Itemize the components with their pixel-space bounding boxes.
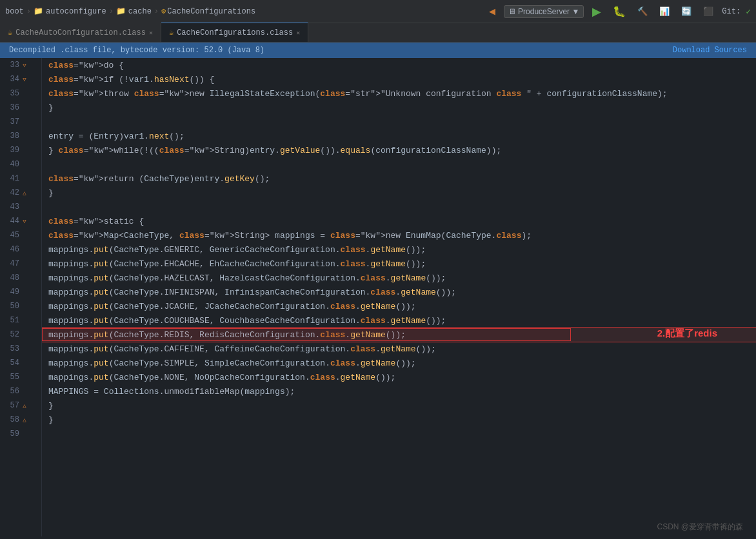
code-line xyxy=(42,115,756,129)
code-text: class="kw">do { xyxy=(48,61,124,70)
code-text: } xyxy=(48,188,54,198)
code-text: class="kw">return (CacheType)entry.getKe… xyxy=(48,174,270,184)
code-text: } xyxy=(48,401,54,411)
line-number-row: 49 xyxy=(0,285,41,299)
tab-icon-1: ☕ xyxy=(8,28,12,37)
code-content: class="kw">do {class="kw">if (!var1.hasN… xyxy=(42,58,756,536)
code-area: 33 ▽ 34 ▽ 35 36 37 38 39 40 41 42 △ 43 4… xyxy=(0,58,756,536)
reload-button[interactable]: 🔄 xyxy=(678,5,695,17)
code-line: mappings.put(CacheType.HAZELCAST, Hazelc… xyxy=(42,271,756,285)
line-number-row: 33 ▽ xyxy=(0,58,41,72)
sep2: › xyxy=(109,7,114,16)
back-button[interactable]: ◀ xyxy=(486,5,499,17)
line-number-row: 38 xyxy=(0,129,41,143)
toolbar: boot › 📁 autoconfigure › 📁 cache › ⚙ Cac… xyxy=(0,0,756,23)
folder-icon-autoconfigure: 📁 xyxy=(34,6,43,16)
server-label: ProduceServer xyxy=(518,7,570,16)
line-number-row: 34 ▽ xyxy=(0,72,41,86)
line-num: 55 xyxy=(0,373,19,382)
git-label: Git: xyxy=(722,7,741,16)
code-text: mappings.put(CacheType.HAZELCAST, Hazelc… xyxy=(48,273,446,283)
line-num: 57 xyxy=(0,401,19,410)
line-num: 40 xyxy=(0,160,19,169)
line-num: 46 xyxy=(0,245,19,254)
line-number-row: 37 xyxy=(0,115,41,129)
download-sources-link[interactable]: Download Sources xyxy=(673,46,747,55)
code-line: class="kw">do { xyxy=(42,58,756,72)
breadcrumb-cache: cache xyxy=(128,7,152,16)
breadcrumb-cacheconfigurations: CacheConfigurations xyxy=(167,7,255,16)
gutter-icon: △ xyxy=(19,190,30,197)
line-number-row: 44 ▽ xyxy=(0,214,41,228)
debug-button[interactable]: 🐛 xyxy=(610,4,629,19)
line-num: 47 xyxy=(0,259,19,268)
line-num: 53 xyxy=(0,344,19,353)
line-number-row: 48 xyxy=(0,271,41,285)
line-number-row: 36 xyxy=(0,101,41,115)
line-number-row: 46 xyxy=(0,242,41,257)
sep1: › xyxy=(26,7,31,16)
line-number-row: 47 xyxy=(0,257,41,271)
line-num: 39 xyxy=(0,146,19,155)
code-text: mappings.put(CacheType.REDIS, RedisCache… xyxy=(48,330,406,340)
gutter-icon: ▽ xyxy=(19,76,30,83)
gutter-icon: △ xyxy=(19,402,30,409)
build-button[interactable]: 🔨 xyxy=(634,5,651,17)
line-num: 54 xyxy=(0,358,19,368)
code-line: class="kw">Map<CacheType, class="kw">Str… xyxy=(42,228,756,242)
line-number-row: 55 xyxy=(0,370,41,384)
line-number-row: 59 xyxy=(0,427,41,441)
check-icon: ✓ xyxy=(746,6,751,17)
code-text: } class="kw">while(!((class="kw">String)… xyxy=(48,146,501,155)
line-num: 38 xyxy=(0,132,19,141)
code-text: mappings.put(CacheType.CAFFEINE, Caffein… xyxy=(48,344,436,354)
code-text: class="kw">static { xyxy=(48,217,144,226)
line-number-row: 52 xyxy=(0,328,41,342)
code-line: mappings.put(CacheType.SIMPLE, SimpleCac… xyxy=(42,356,756,370)
code-line: 2.配置了redismappings.put(CacheType.REDIS, … xyxy=(42,328,756,342)
code-text: class="kw">Map<CacheType, class="kw">Str… xyxy=(48,231,532,240)
line-number-row: 57 △ xyxy=(0,398,41,413)
line-num: 52 xyxy=(0,330,19,339)
breadcrumb: boot › 📁 autoconfigure › 📁 cache › ⚙ Cac… xyxy=(5,6,486,16)
sep3: › xyxy=(154,7,159,16)
code-text: } xyxy=(48,103,54,113)
tab-close-2[interactable]: ✕ xyxy=(296,29,300,37)
watermark: CSDN @爱穿背带裤的森 xyxy=(657,522,743,533)
tab-cacheconfigurations[interactable]: ☕ CacheConfigurations.class ✕ xyxy=(161,23,308,42)
code-text: entry = (Entry)var1.next(); xyxy=(48,132,184,141)
line-number-row: 53 xyxy=(0,342,41,356)
tab-close-1[interactable]: ✕ xyxy=(149,29,153,37)
code-text: MAPPINGS = Collections.unmodifiableMap(m… xyxy=(48,387,295,397)
tab-cacheautoconfiguration[interactable]: ☕ CacheAutoConfiguration.class ✕ xyxy=(0,23,161,42)
line-number-gutter: 33 ▽ 34 ▽ 35 36 37 38 39 40 41 42 △ 43 4… xyxy=(0,58,42,536)
code-text: } xyxy=(48,415,54,425)
coverage-button[interactable]: 📊 xyxy=(656,5,673,17)
line-number-row: 40 xyxy=(0,157,41,172)
line-number-row: 54 xyxy=(0,356,41,370)
breadcrumb-class: ⚙ xyxy=(161,6,166,16)
code-line: } class="kw">while(!((class="kw">String)… xyxy=(42,143,756,157)
gutter-icon: ▽ xyxy=(19,218,30,225)
code-line: mappings.put(CacheType.CAFFEINE, Caffein… xyxy=(42,342,756,356)
toolbar-right: ◀ 🖥 ProduceServer ▼ ▶ 🐛 🔨 📊 🔄 ⬛ Git: ✓ xyxy=(486,3,751,20)
line-num: 58 xyxy=(0,415,19,424)
breadcrumb-autoconfigure: autoconfigure xyxy=(46,7,106,16)
code-text: mappings.put(CacheType.EHCACHE, EhCacheC… xyxy=(48,259,426,269)
code-line: class="kw">static { xyxy=(42,214,756,228)
code-line: mappings.put(CacheType.NONE, NoOpCacheCo… xyxy=(42,370,756,384)
server-icon: 🖥 xyxy=(508,7,516,16)
line-number-row: 41 xyxy=(0,172,41,186)
code-text: mappings.put(CacheType.INFINISPAN, Infin… xyxy=(48,288,456,297)
line-num: 44 xyxy=(0,217,19,226)
code-text: mappings.put(CacheType.SIMPLE, SimpleCac… xyxy=(48,358,416,368)
folder-icon-cache: 📁 xyxy=(116,6,126,16)
stop-button[interactable]: ⬛ xyxy=(700,5,717,17)
breadcrumb-boot: boot xyxy=(5,7,24,16)
tabs-bar: ☕ CacheAutoConfiguration.class ✕ ☕ Cache… xyxy=(0,23,756,43)
code-line: mappings.put(CacheType.JCACHE, JCacheCac… xyxy=(42,299,756,313)
run-button[interactable]: ▶ xyxy=(589,3,604,20)
server-select[interactable]: 🖥 ProduceServer ▼ xyxy=(504,5,584,18)
tab-icon-2: ☕ xyxy=(169,28,174,37)
code-text: mappings.put(CacheType.COUCHBASE, Couchb… xyxy=(48,316,446,326)
